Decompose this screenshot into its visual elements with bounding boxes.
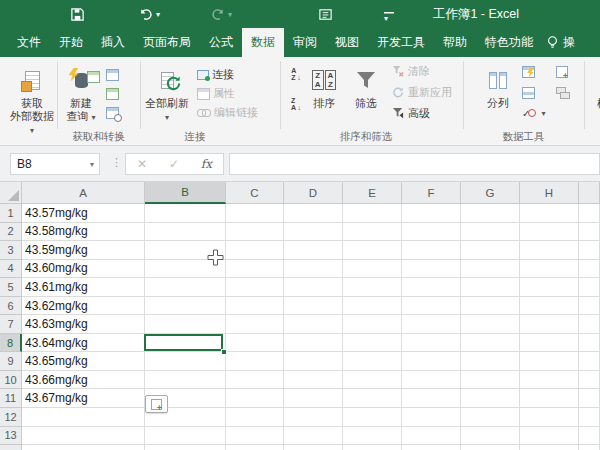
connections-button[interactable]: 连接	[197, 66, 234, 83]
cell-F12[interactable]	[402, 408, 461, 427]
cell-I3[interactable]	[579, 241, 600, 260]
cell-B2[interactable]	[145, 223, 226, 242]
cancel-button[interactable]: ✕	[137, 157, 147, 171]
ribbon-tab-7[interactable]: 视图	[326, 28, 368, 57]
cell-D9[interactable]	[284, 352, 343, 371]
properties-button[interactable]: 属性	[197, 85, 235, 102]
cell-I13[interactable]	[579, 427, 600, 446]
cell-H6[interactable]	[520, 297, 579, 316]
cell-D8[interactable]	[284, 334, 343, 353]
ribbon-tab-4[interactable]: 公式	[200, 28, 242, 57]
cell-E2[interactable]	[343, 223, 402, 242]
row-header-3[interactable]: 3	[0, 241, 22, 260]
row-header-2[interactable]: 2	[0, 223, 22, 242]
cell-H11[interactable]	[520, 389, 579, 408]
clear-filter-button[interactable]: 清除	[392, 63, 430, 80]
cell-C1[interactable]	[226, 204, 284, 223]
cell-G11[interactable]	[461, 389, 520, 408]
cell-E4[interactable]	[343, 260, 402, 279]
cell-D3[interactable]	[284, 241, 343, 260]
cell-B1[interactable]	[145, 204, 226, 223]
ribbon-tab-3[interactable]: 页面布局	[134, 28, 200, 57]
redo-button[interactable]: ▾	[210, 5, 232, 23]
cell-A6[interactable]: 43.62mg/kg	[22, 297, 145, 316]
cell-F11[interactable]	[402, 389, 461, 408]
enter-button[interactable]: ✓	[169, 157, 179, 171]
cell-C6[interactable]	[226, 297, 284, 316]
column-header-H[interactable]: H	[520, 182, 579, 204]
touch-mouse-mode-button[interactable]	[318, 5, 333, 23]
remove-duplicates-button[interactable]	[522, 84, 538, 101]
name-box[interactable]: B8 ▾	[10, 153, 100, 175]
cell-A10[interactable]: 43.66mg/kg	[22, 371, 145, 390]
cell-F7[interactable]	[402, 315, 461, 334]
cell-G10[interactable]	[461, 371, 520, 390]
cell-E7[interactable]	[343, 315, 402, 334]
cell-C4[interactable]	[226, 260, 284, 279]
cell-I4[interactable]	[579, 260, 600, 279]
column-header-C[interactable]: C	[226, 182, 284, 204]
select-all-button[interactable]	[0, 182, 22, 204]
row-header-9[interactable]: 9	[0, 352, 22, 371]
row-header-1[interactable]: 1	[0, 204, 22, 223]
cell-G12[interactable]	[461, 408, 520, 427]
cell-B5[interactable]	[145, 278, 226, 297]
cell-D14[interactable]	[284, 445, 343, 450]
cell-I10[interactable]	[579, 371, 600, 390]
cell-A3[interactable]: 43.59mg/kg	[22, 241, 145, 260]
cell-B14[interactable]	[145, 445, 226, 450]
sort-descending-button[interactable]: ZA ↓	[286, 95, 306, 112]
formula-input[interactable]	[229, 153, 600, 175]
cell-H13[interactable]	[520, 427, 579, 446]
reapply-button[interactable]: 重新应用	[392, 84, 452, 101]
from-table-button[interactable]	[106, 85, 122, 102]
recent-sources-button[interactable]	[106, 104, 122, 121]
cell-D12[interactable]	[284, 408, 343, 427]
cell-D11[interactable]	[284, 389, 343, 408]
cell-D1[interactable]	[284, 204, 343, 223]
cell-C5[interactable]	[226, 278, 284, 297]
cell-A5[interactable]: 43.61mg/kg	[22, 278, 145, 297]
edit-links-button[interactable]: 编辑链接	[197, 104, 258, 121]
row-header-7[interactable]: 7	[0, 315, 22, 334]
cell-I11[interactable]	[579, 389, 600, 408]
save-button[interactable]	[70, 5, 85, 23]
cell-F2[interactable]	[402, 223, 461, 242]
cell-F5[interactable]	[402, 278, 461, 297]
cell-I5[interactable]	[579, 278, 600, 297]
cell-G7[interactable]	[461, 315, 520, 334]
cell-C2[interactable]	[226, 223, 284, 242]
cell-B7[interactable]	[145, 315, 226, 334]
cell-A12[interactable]	[22, 408, 145, 427]
cell-F13[interactable]	[402, 427, 461, 446]
insert-function-button[interactable]: fx	[201, 157, 212, 171]
cell-C10[interactable]	[226, 371, 284, 390]
cell-D4[interactable]	[284, 260, 343, 279]
cell-H7[interactable]	[520, 315, 579, 334]
ribbon-tab-10[interactable]: 特色功能	[476, 28, 542, 57]
cell-G4[interactable]	[461, 260, 520, 279]
cell-I9[interactable]	[579, 352, 600, 371]
cell-D10[interactable]	[284, 371, 343, 390]
cell-H10[interactable]	[520, 371, 579, 390]
cell-C11[interactable]	[226, 389, 284, 408]
ribbon-tab-0[interactable]: 文件	[8, 28, 50, 57]
cell-E5[interactable]	[343, 278, 402, 297]
cell-E3[interactable]	[343, 241, 402, 260]
cell-C13[interactable]	[226, 427, 284, 446]
undo-button[interactable]: ▾	[138, 5, 160, 23]
new-query-button[interactable]: 新建 查询 ▾	[60, 61, 102, 139]
row-header-11[interactable]: 11	[0, 389, 22, 408]
cell-I6[interactable]	[579, 297, 600, 316]
tell-me-search[interactable]: 操	[542, 28, 579, 57]
cell-I12[interactable]	[579, 408, 600, 427]
cell-G2[interactable]	[461, 223, 520, 242]
cell-H2[interactable]	[520, 223, 579, 242]
cell-G1[interactable]	[461, 204, 520, 223]
cell-C9[interactable]	[226, 352, 284, 371]
ribbon-tab-2[interactable]: 插入	[92, 28, 134, 57]
cell-E8[interactable]	[343, 334, 402, 353]
redo-dropdown-caret[interactable]: ▾	[228, 10, 232, 19]
cell-B13[interactable]	[145, 427, 226, 446]
cell-H3[interactable]	[520, 241, 579, 260]
